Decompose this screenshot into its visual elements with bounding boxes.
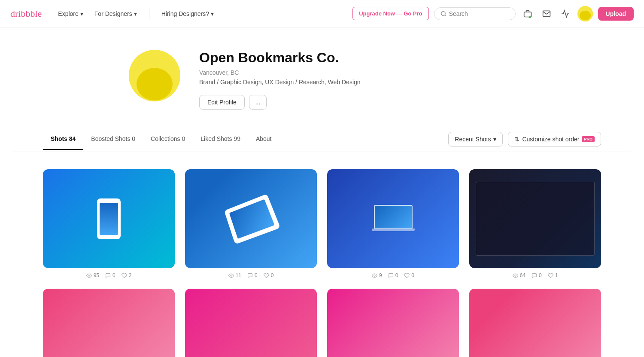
views-stat: 9 [372, 272, 382, 278]
tab-collections-count: 0 [182, 135, 185, 142]
shot-card[interactable] [185, 289, 317, 357]
shot-thumbnail [43, 169, 175, 268]
nav-right: Upgrade Now — Go Pro [352, 6, 634, 21]
shot-thumbnail [185, 169, 317, 268]
chevron-down-icon: ▾ [80, 10, 83, 17]
heart-icon [404, 273, 410, 278]
heart-icon [122, 273, 127, 278]
edit-profile-button[interactable]: Edit Profile [199, 95, 245, 110]
laptop-base [372, 229, 415, 231]
likes-stat: 1 [548, 272, 558, 278]
shot-card[interactable]: 64 0 1 [469, 169, 601, 278]
profile-section: Open Bookmarks Co. Vancouver, BC Brand /… [129, 27, 515, 127]
likes-count: 0 [271, 272, 274, 278]
profile-name: Open Bookmarks Co. [199, 50, 515, 66]
analytics-icon[interactable] [559, 7, 572, 21]
eye-icon [372, 273, 377, 278]
shot-card[interactable] [327, 289, 459, 357]
svg-rect-2 [524, 12, 531, 17]
tab-shots-count: 84 [69, 135, 76, 142]
laptop-mockup [372, 205, 415, 233]
device-mockup [43, 169, 175, 268]
tab-boosted-shots[interactable]: Boosted Shots 0 [83, 128, 143, 150]
profile-actions: Edit Profile ... [199, 95, 515, 110]
likes-stat: 0 [404, 272, 414, 278]
views-stat: 11 [228, 272, 241, 278]
svg-point-10 [374, 275, 375, 276]
profile-skills: Brand / Graphic Design, UX Design / Rese… [199, 79, 515, 85]
portfolio-icon[interactable] [521, 7, 535, 21]
nav-hiring[interactable]: Hiring Designers? ▾ [157, 8, 218, 20]
device-mockup [185, 169, 317, 268]
heart-icon [548, 273, 553, 278]
tabs-section: Shots 84 Boosted Shots 0 Collections 0 L… [13, 127, 631, 152]
shots-grid: 95 0 2 11 [13, 152, 631, 278]
tab-about[interactable]: About [248, 128, 279, 150]
shot-thumbnail [469, 169, 601, 268]
tab-collections[interactable]: Collections 0 [143, 128, 193, 150]
tabs-right: Recent Shots ▾ ⇅ Customize shot order PR… [448, 127, 601, 152]
tab-boosted-label: Boosted Shots [91, 135, 132, 142]
likes-stat: 2 [122, 272, 132, 278]
messages-icon[interactable] [540, 7, 553, 21]
dark-ui-mockup [476, 182, 594, 256]
comments-count: 0 [255, 272, 258, 278]
eye-icon [513, 273, 518, 278]
likes-count: 2 [129, 272, 132, 278]
device-mockup [469, 169, 601, 268]
comment-icon [247, 273, 253, 278]
views-count: 11 [236, 272, 241, 278]
explore-label: Explore [58, 10, 78, 17]
search-box [434, 7, 516, 20]
tab-collections-label: Collections [151, 135, 182, 142]
tab-shots[interactable]: Shots 84 [43, 128, 83, 150]
comments-count: 0 [539, 272, 542, 278]
svg-point-9 [231, 275, 232, 276]
recent-shots-dropdown[interactable]: Recent Shots ▾ [448, 132, 503, 146]
shot-thumbnail [327, 289, 459, 357]
more-options-button[interactable]: ... [249, 95, 267, 110]
shot-stats: 9 0 0 [327, 272, 459, 278]
profile-avatar [129, 50, 180, 101]
sort-icon: ⇅ [514, 136, 519, 143]
nav-for-designers[interactable]: For Designers ▾ [90, 8, 141, 20]
views-stat: 95 [86, 272, 99, 278]
search-icon [440, 11, 447, 17]
tab-liked-shots[interactable]: Liked Shots 99 [193, 128, 248, 150]
views-count: 95 [94, 272, 99, 278]
comments-stat: 0 [388, 272, 398, 278]
laptop-screen [374, 205, 413, 229]
for-designers-label: For Designers [94, 10, 132, 17]
shot-thumbnail [43, 289, 175, 357]
upload-button[interactable]: Upload [598, 7, 634, 21]
svg-point-11 [515, 275, 516, 276]
upgrade-button[interactable]: Upgrade Now — Go Pro [352, 7, 428, 20]
eye-icon [86, 273, 92, 278]
shot-card[interactable]: 95 0 2 [43, 169, 175, 278]
likes-stat: 0 [264, 272, 274, 278]
tab-shots-label: Shots [51, 135, 69, 142]
shot-card[interactable] [43, 289, 175, 357]
avatar[interactable] [577, 6, 593, 21]
pro-badge: PRO [582, 136, 595, 142]
nav-explore[interactable]: Explore ▾ [54, 8, 87, 20]
tab-about-label: About [256, 135, 272, 142]
comments-count: 0 [395, 272, 398, 278]
tab-liked-count: 99 [234, 135, 240, 142]
shot-card[interactable]: 9 0 0 [327, 169, 459, 278]
views-count: 64 [520, 272, 526, 278]
comments-count: 0 [112, 272, 115, 278]
search-input[interactable] [449, 10, 509, 17]
chevron-down-icon: ▾ [211, 10, 214, 17]
shot-thumbnail [185, 289, 317, 357]
shot-card[interactable] [469, 289, 601, 357]
chevron-down-icon: ▾ [493, 136, 496, 143]
likes-count: 1 [555, 272, 558, 278]
customize-shot-order-button[interactable]: ⇅ Customize shot order PRO [508, 132, 601, 146]
comments-stat: 0 [105, 272, 115, 278]
phone-screen [100, 203, 118, 235]
eye-icon [228, 273, 234, 278]
shot-card[interactable]: 11 0 0 [185, 169, 317, 278]
comment-icon [388, 273, 394, 278]
dribbble-logo[interactable]: dribbble [10, 8, 42, 19]
